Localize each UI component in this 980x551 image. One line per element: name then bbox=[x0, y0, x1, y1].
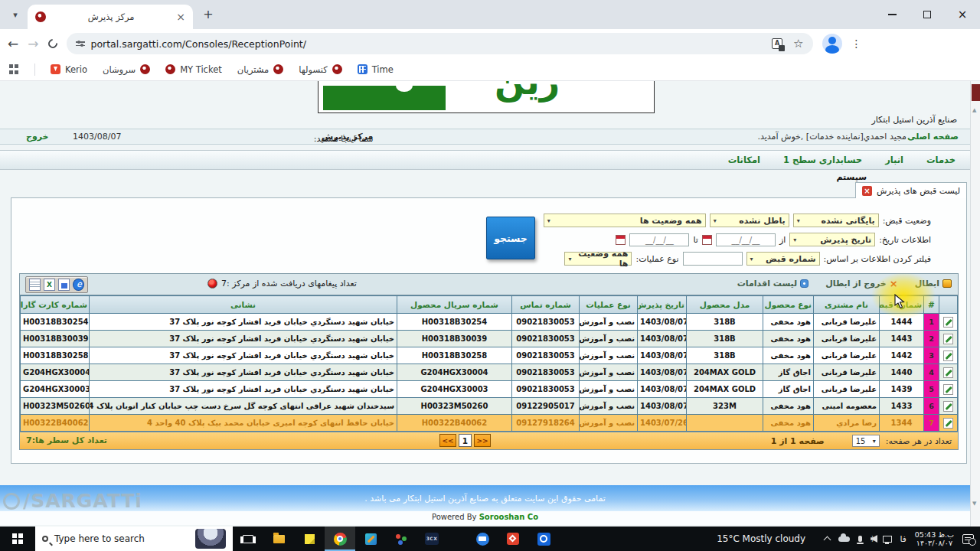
table-row[interactable]: 2 1443 علیرضا قربانی هود مخفی 318B 1403/… bbox=[21, 331, 958, 347]
scroll-up-icon[interactable]: ▲ bbox=[972, 107, 976, 113]
apps-grid-icon[interactable] bbox=[9, 64, 19, 74]
bookmark-customers[interactable]: مشتریان bbox=[237, 64, 283, 75]
site-settings-icon[interactable] bbox=[76, 41, 85, 46]
export-html-icon[interactable] bbox=[73, 279, 84, 291]
profile-avatar[interactable] bbox=[822, 34, 842, 54]
table-row[interactable]: 4 1440 علیرضا قربانی اجاق گاز 204MAX GOL… bbox=[21, 364, 958, 381]
bookmark-time[interactable]: Time bbox=[358, 64, 394, 75]
menu-item-services[interactable]: خدمات bbox=[926, 155, 956, 165]
panel-tab[interactable]: لیست قبض های پذیرش × bbox=[855, 182, 967, 198]
header-product-type[interactable]: نوع محصول bbox=[763, 296, 814, 314]
status-select-archive[interactable]: بایگانی نشده▾ bbox=[793, 214, 879, 227]
language-indicator[interactable]: فا bbox=[900, 534, 906, 543]
export-doc-icon[interactable] bbox=[58, 279, 70, 291]
header-operation-type[interactable]: نوع عملیات bbox=[580, 296, 638, 314]
actions-list-button[interactable]: لیست اقدامات bbox=[737, 279, 808, 289]
edit-icon[interactable] bbox=[943, 367, 953, 378]
file-explorer-button[interactable] bbox=[263, 527, 294, 551]
table-row[interactable]: 3 1442 علیرضا قربانی هود مخفی 318B 1403/… bbox=[21, 347, 958, 364]
task-view-button[interactable] bbox=[233, 527, 263, 551]
search-highlight-image[interactable] bbox=[195, 529, 226, 549]
calendar-icon[interactable] bbox=[702, 235, 712, 245]
chrome-button[interactable] bbox=[325, 527, 355, 551]
header-serial-number[interactable]: شماره سریال محصول bbox=[397, 296, 512, 314]
url-field[interactable]: portal.sargatti.com/Consoles/ReceptionPo… bbox=[67, 33, 813, 54]
date-from-input[interactable]: __/__/__ bbox=[716, 233, 776, 246]
edit-cell[interactable] bbox=[939, 398, 958, 415]
table-row[interactable]: 5 1439 علیرضا قربانی اجاق گاز 204MAX GOL… bbox=[21, 381, 958, 398]
tab-close-icon[interactable]: × bbox=[176, 11, 185, 22]
header-contact-number[interactable]: شماره تماس bbox=[512, 296, 580, 314]
header-customer-name[interactable]: نام مشتری bbox=[814, 296, 880, 314]
edit-cell[interactable] bbox=[939, 331, 958, 347]
bookmark-star-icon[interactable]: ☆ bbox=[793, 37, 803, 51]
maximize-button[interactable] bbox=[910, 0, 945, 29]
edit-cell[interactable] bbox=[939, 364, 958, 381]
per-page-select[interactable]: 15▾ bbox=[852, 435, 880, 447]
calendar-icon[interactable] bbox=[616, 235, 626, 245]
forward-button[interactable]: → bbox=[28, 36, 38, 51]
header-reception-date[interactable]: تاریخ پذیرش bbox=[638, 296, 687, 314]
date-type-select[interactable]: تاریخ پذیرش▾ bbox=[789, 233, 875, 246]
operation-type-select[interactable]: همه وضعیت ها▾ bbox=[564, 252, 632, 266]
edit-icon[interactable] bbox=[943, 350, 953, 361]
page-scrollbar[interactable]: ▲ ▼ bbox=[970, 81, 980, 527]
weather-status[interactable]: 15°C Mostly cloudy bbox=[717, 533, 805, 544]
reload-button[interactable] bbox=[46, 37, 59, 51]
prev-page-button[interactable]: << bbox=[439, 434, 456, 447]
edit-icon[interactable] bbox=[943, 401, 953, 412]
anydesk-button[interactable] bbox=[498, 527, 528, 551]
table-row[interactable]: 6 1433 معصومه امینی هود مخفی 323M 1403/0… bbox=[21, 398, 958, 415]
taskbar-clock[interactable]: ب.ظ 05:43۱۴۰۳/۰۸/۰۷ bbox=[915, 530, 954, 547]
filter-field-select[interactable]: شماره قبض▾ bbox=[746, 252, 820, 266]
menu-item-accounting[interactable]: حسابداری سطح 1 bbox=[783, 155, 862, 165]
taskbar-search[interactable]: Type here to search bbox=[35, 527, 233, 551]
bookmark-kerio[interactable]: Kerio bbox=[51, 64, 87, 75]
bookmark-sorooshan[interactable]: سروشان bbox=[103, 64, 150, 75]
bookmark-my-ticket[interactable]: MY Ticket bbox=[165, 64, 222, 75]
scrollbar-thumb[interactable] bbox=[972, 84, 980, 101]
next-page-button[interactable]: >> bbox=[474, 434, 491, 447]
filter-value-input[interactable] bbox=[683, 252, 743, 266]
new-tab-button[interactable]: + bbox=[201, 7, 216, 22]
edit-cell[interactable] bbox=[939, 381, 958, 398]
edit-icon[interactable] bbox=[943, 418, 953, 429]
back-button[interactable]: ← bbox=[8, 36, 18, 51]
edit-icon[interactable] bbox=[943, 334, 953, 344]
remote-app-button[interactable] bbox=[467, 527, 498, 551]
search-button[interactable]: جستجو bbox=[486, 217, 535, 259]
edit-cell[interactable] bbox=[939, 314, 958, 331]
3cx-app-button[interactable]: 3CX bbox=[416, 527, 447, 551]
photos-app-button[interactable] bbox=[355, 527, 386, 551]
tab-search-button[interactable]: ▾ bbox=[8, 8, 23, 23]
status-select-all[interactable]: همه وضعیت ها▾ bbox=[544, 214, 706, 227]
edit-cell[interactable] bbox=[939, 347, 958, 364]
export-excel-icon[interactable] bbox=[44, 279, 55, 291]
edit-icon[interactable] bbox=[943, 317, 953, 328]
start-button[interactable] bbox=[0, 527, 35, 551]
menu-item-system[interactable]: سیستم bbox=[836, 172, 867, 182]
network-icon[interactable] bbox=[883, 536, 892, 543]
logout-link[interactable]: خروج bbox=[26, 132, 49, 142]
edit-cell[interactable] bbox=[939, 415, 958, 432]
table-row[interactable]: 7 1344 رضا مرادي هود مخفی 1403/07/26 نصب… bbox=[21, 415, 958, 432]
date-to-input[interactable]: __/__/__ bbox=[629, 233, 689, 246]
onedrive-icon[interactable] bbox=[838, 536, 850, 542]
status-select-void[interactable]: باطل نشده▾ bbox=[710, 214, 789, 227]
browser-tab[interactable]: مرکز پذیرش × bbox=[28, 5, 193, 29]
blue-o-app-button[interactable] bbox=[528, 527, 559, 551]
edit-icon[interactable] bbox=[943, 384, 953, 395]
scroll-down-icon[interactable]: ▼ bbox=[972, 500, 976, 507]
home-link[interactable]: صفحه اصلی bbox=[907, 132, 959, 142]
browser-menu-icon[interactable]: ⋮ bbox=[851, 37, 862, 50]
menu-item-facilities[interactable]: امکانات bbox=[728, 155, 760, 165]
header-product-model[interactable]: مدل محصول bbox=[687, 296, 763, 314]
bookmark-consoles[interactable]: کنسولها bbox=[299, 64, 341, 75]
action-center-icon[interactable] bbox=[962, 534, 974, 544]
panel-close-icon[interactable]: × bbox=[862, 186, 872, 196]
export-text-icon[interactable] bbox=[29, 279, 41, 291]
sticky-notes-button[interactable] bbox=[294, 527, 325, 551]
microphone-icon[interactable] bbox=[858, 536, 862, 542]
header-address[interactable]: نشانی bbox=[90, 296, 397, 314]
close-button[interactable]: × bbox=[945, 0, 980, 29]
